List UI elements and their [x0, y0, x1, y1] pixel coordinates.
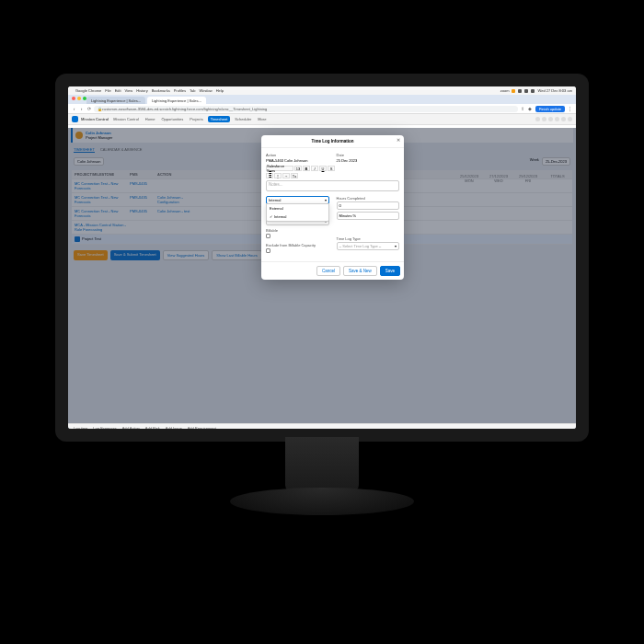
strike-icon[interactable]: S [328, 166, 335, 171]
search-icon[interactable] [535, 117, 540, 121]
indent-icon[interactable]: → [282, 173, 290, 178]
bottom-toolbar: Log time Log Expenses Add Action Add Ris… [68, 423, 576, 429]
menubar-item[interactable]: History [136, 88, 147, 93]
browser-tab-active[interactable]: Lightning Experience | Sales... [147, 97, 206, 104]
type-select[interactable]: -- Select Time Log Type -- ▾ [337, 242, 400, 250]
type-label: Time Log Type [337, 236, 400, 241]
address-bar[interactable]: 🔒 customer-nosoftware-3584-dev-ed.scratc… [94, 106, 518, 112]
minimize-window-icon[interactable] [77, 97, 81, 100]
reload-icon[interactable]: ⟳ [86, 107, 91, 111]
status-icon[interactable] [518, 89, 522, 93]
app-launcher-icon[interactable] [72, 116, 78, 122]
notes-textarea[interactable]: Notes... [266, 180, 399, 191]
exclude-label: Exclude from Billable Capacity [266, 243, 329, 247]
nav-item[interactable]: Mission Control [111, 117, 141, 121]
imac-base [230, 488, 414, 515]
browser-toolbar: ‹ › ⟳ 🔒 customer-nosoftware-3584-dev-ed.… [68, 104, 576, 114]
nav-item[interactable]: Opportunities [159, 117, 185, 121]
minutes-input[interactable]: Minutes % [337, 212, 400, 220]
share-icon[interactable]: ⇪ [521, 107, 525, 111]
list-icon[interactable]: ≣ [266, 173, 273, 178]
billable-checkbox[interactable] [266, 234, 270, 238]
tab-label: Lightning Experience | Sales... [91, 98, 141, 103]
clear-icon[interactable]: Tx [291, 173, 298, 178]
nav-item-active[interactable]: Timesheet [208, 116, 231, 122]
menubar-item[interactable]: Tab [190, 88, 195, 93]
dropdown-option-selected[interactable]: Internal [267, 213, 328, 221]
font-select[interactable]: Salesforce Sans [266, 166, 293, 171]
billable-label: Billable [266, 228, 329, 233]
bottom-action[interactable]: Add Issue [166, 426, 182, 430]
extension-icon[interactable]: ◆ [528, 107, 533, 111]
tab-label: Lightning Experience | Sales... [152, 98, 201, 103]
dropdown-option[interactable]: External [267, 204, 328, 213]
nav-more[interactable]: More [256, 117, 268, 121]
nav-item[interactable]: Projects [188, 117, 204, 121]
menubar-item[interactable]: File [105, 88, 110, 93]
underline-icon[interactable]: U [319, 166, 327, 171]
back-icon[interactable]: ‹ [72, 107, 76, 111]
finish-update-button[interactable]: Finish update [535, 106, 565, 112]
dropdown-list: External Internal [266, 203, 329, 222]
menubar-clock[interactable]: Wed 27 Dec 8:03 am [537, 88, 572, 93]
menubar-item[interactable]: View [125, 88, 133, 93]
close-icon[interactable]: ✕ [397, 138, 400, 143]
gear-icon[interactable] [555, 117, 559, 121]
modal-title: Time Log Information [312, 139, 354, 144]
italic-icon[interactable]: I [311, 166, 318, 171]
macos-menubar: Google Chrome File Edit View History Boo… [68, 86, 576, 95]
menubar-item[interactable]: Profiles [174, 88, 186, 93]
save-button[interactable]: Save [380, 266, 400, 276]
menubar-item[interactable]: Bookmarks [152, 88, 170, 93]
salesforce-nav: Mission Control Mission Control Home Opp… [68, 114, 576, 125]
help-icon[interactable] [548, 117, 553, 121]
bottom-action[interactable]: Log Expenses [93, 426, 116, 430]
avatar-icon[interactable] [568, 117, 572, 121]
notification-icon[interactable] [561, 117, 566, 121]
dropdown-value: Internal [269, 198, 281, 202]
time-log-modal: Time Log Information ✕ Action PMA-5460 C… [261, 135, 404, 280]
close-window-icon[interactable] [72, 97, 75, 100]
save-new-button[interactable]: Save & New [343, 266, 377, 276]
menubar-item[interactable]: Window [199, 88, 212, 93]
bottom-action[interactable]: Add Risk [145, 426, 160, 430]
chevron-down-icon: ▾ [325, 198, 327, 202]
status-icon[interactable] [512, 89, 515, 93]
maximize-window-icon[interactable] [83, 97, 86, 100]
browser-tabstrip: Lightning Experience | Sales... Lightnin… [68, 95, 576, 104]
menubar-app[interactable]: Google Chrome [75, 88, 101, 93]
bottom-action[interactable]: Add Action [122, 426, 140, 430]
bottom-action[interactable]: Log time [74, 426, 87, 430]
star-icon[interactable] [542, 117, 546, 121]
bottom-action[interactable]: Add Requirement [188, 426, 216, 430]
date-value: 25 Dec 2023 [337, 158, 400, 163]
forward-icon[interactable]: › [79, 107, 84, 111]
numlist-icon[interactable]: ⋮ [274, 173, 282, 178]
modal-header: Time Log Information ✕ [261, 135, 404, 148]
browser-tab[interactable]: Lightning Experience | Sales... [86, 97, 145, 104]
status-icon[interactable] [531, 89, 535, 93]
menubar-item[interactable]: Edit [115, 88, 121, 93]
action-value: PMA-5460 Colin Johnson [266, 158, 329, 163]
category-dropdown[interactable]: Internal ▾ External Internal [266, 196, 329, 204]
exclude-checkbox[interactable] [266, 248, 270, 253]
hours-label: Hours Completed [337, 196, 400, 201]
window-controls [72, 97, 86, 100]
cancel-button[interactable]: Cancel [316, 266, 340, 276]
nav-item[interactable]: Home [144, 117, 157, 121]
rich-text-toolbar: Salesforce Sans 13 B I U S [266, 166, 399, 171]
status-icon[interactable] [524, 89, 528, 93]
imac-stand [285, 437, 359, 492]
nav-item[interactable]: Scheduler [233, 117, 253, 121]
zoom-indicator[interactable]: zoom [500, 88, 510, 93]
type-placeholder: -- Select Time Log Type -- [339, 244, 382, 248]
menu-icon[interactable]: ⋮ [568, 107, 572, 111]
url-text: customer-nosoftware-3584-dev-ed.scratch.… [102, 107, 267, 111]
date-label: Date [337, 153, 400, 157]
font-size-select[interactable]: 13 [294, 166, 302, 171]
chevron-down-icon: ▾ [395, 244, 397, 248]
modal-footer: Cancel Save & New Save [261, 261, 404, 280]
menubar-item[interactable]: Help [216, 88, 224, 93]
bold-icon[interactable]: B [303, 166, 310, 171]
hours-input[interactable]: 0 [337, 201, 400, 210]
